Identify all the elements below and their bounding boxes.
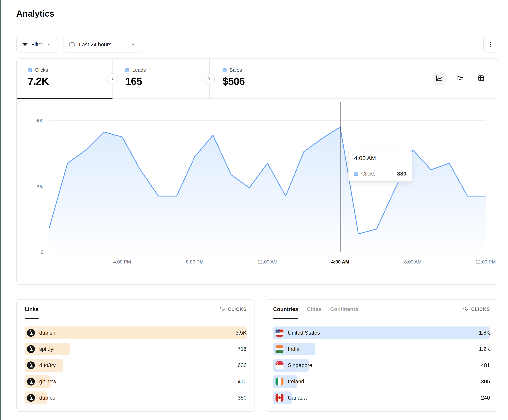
- row-value: 3.5K: [235, 326, 247, 339]
- link-avatar: [27, 329, 35, 337]
- chevron-right-icon: [110, 76, 115, 81]
- row-label: spti.fyi: [39, 346, 54, 352]
- grid-table-icon: [478, 74, 485, 82]
- list-item[interactable]: dub.sh3.5K: [25, 326, 247, 339]
- links-metric-selector[interactable]: CLICKS: [219, 306, 247, 312]
- tab-cities[interactable]: Cities: [307, 300, 321, 319]
- tab-leads[interactable]: Leads 165: [125, 67, 146, 87]
- row-content: dub.sh: [27, 329, 55, 337]
- row-value: 716: [238, 343, 247, 355]
- funnel-chart-icon: [456, 74, 464, 82]
- row-content: git.new: [27, 378, 56, 385]
- link-avatar: [27, 394, 35, 402]
- row-content: d.to/try: [27, 361, 56, 369]
- flag-icon-us: [276, 329, 284, 337]
- row-label: Ireland: [288, 379, 304, 385]
- flag-icon-ie: [276, 378, 284, 385]
- x-axis-tick-label: 12:00 AM: [257, 259, 277, 264]
- leads-legend-icon: [125, 68, 129, 72]
- countries-metric-selector[interactable]: CLICKS: [463, 306, 490, 312]
- row-label: United States: [288, 330, 320, 336]
- row-value: 410: [238, 375, 247, 388]
- metric-label: Clicks: [35, 67, 48, 73]
- calendar-icon: [69, 41, 75, 48]
- list-item[interactable]: dub.co350: [25, 391, 247, 404]
- dub-logo-icon: [27, 361, 35, 369]
- dub-logo-icon: [27, 394, 35, 402]
- chevron-right-icon: [207, 76, 211, 81]
- dub-logo-icon: [27, 378, 35, 385]
- tab-continents[interactable]: Continents: [330, 300, 358, 319]
- tab-clicks[interactable]: Clicks 7.2K: [28, 67, 49, 87]
- row-content: Singapore: [276, 361, 312, 369]
- row-content: United States: [276, 329, 320, 337]
- row-content: Ireland: [276, 378, 304, 385]
- expand-clicks-button[interactable]: [107, 73, 118, 84]
- list-item[interactable]: Singapore481: [273, 359, 490, 372]
- x-axis-tick-label: 4:00 AM: [331, 259, 349, 264]
- line-chart-icon: [435, 74, 443, 82]
- list-item[interactable]: United States1.8K: [273, 326, 490, 339]
- more-options-button[interactable]: [483, 37, 498, 52]
- list-item[interactable]: Ireland305: [273, 375, 490, 388]
- metric-label: Leads: [132, 67, 146, 73]
- chevron-down-icon: [130, 42, 136, 47]
- metric-label: Sales: [230, 67, 242, 73]
- left-edge-strip: [0, 0, 1, 420]
- clicks-area-chart[interactable]: 40020004:00 PM8:00 PM12:00 AM4:00 AM8:00…: [17, 99, 498, 284]
- dub-logo-icon: [27, 329, 35, 337]
- metric-value: 165: [125, 75, 146, 87]
- tab-countries-label: Countries: [273, 306, 298, 312]
- tab-countries[interactable]: Countries: [273, 300, 298, 319]
- row-label: Singapore: [288, 362, 312, 369]
- links-metric-label: CLICKS: [228, 307, 247, 312]
- list-item[interactable]: Canada240: [273, 391, 490, 404]
- kebab-menu-icon: [488, 41, 494, 48]
- list-item[interactable]: spti.fyi716: [25, 343, 247, 355]
- sales-legend-icon: [223, 68, 226, 72]
- links-panel-header: Links CLICKS: [17, 300, 254, 319]
- row-content: India: [276, 345, 299, 353]
- countries-list: United States1.8KIndia1.2KSingapore481Ir…: [265, 319, 498, 404]
- links-list: dub.sh3.5Kspti.fyi716d.to/try606git.new4…: [17, 319, 254, 404]
- filter-button[interactable]: Filter: [16, 37, 58, 52]
- tab-cities-label: Cities: [307, 306, 321, 312]
- metric-value: 7.2K: [28, 75, 49, 87]
- row-value: 350: [238, 391, 247, 404]
- tab-sales[interactable]: Sales $506: [223, 67, 245, 87]
- countries-panel-header: Countries Cities Continents CLICKS: [265, 300, 498, 319]
- row-label: d.to/try: [39, 362, 56, 369]
- date-range-button[interactable]: Last 24 hours: [63, 37, 141, 52]
- row-label: dub.co: [39, 395, 55, 401]
- flag-icon-sg: [276, 361, 284, 369]
- analytics-card: Clicks 7.2K Leads 165 Sales $506: [16, 58, 498, 285]
- pointer-click-icon: [463, 306, 469, 312]
- row-value: 481: [481, 359, 490, 372]
- list-item[interactable]: India1.2K: [273, 343, 490, 355]
- usage-bar: [25, 326, 247, 339]
- list-item[interactable]: git.new410: [25, 375, 247, 388]
- row-content: Canada: [276, 394, 307, 402]
- expand-leads-button[interactable]: [204, 73, 215, 84]
- row-label: India: [288, 346, 299, 352]
- x-axis-labels: 4:00 PM8:00 PM12:00 AM4:00 AM8:00 AM12:0…: [113, 259, 496, 264]
- funnel-view-button[interactable]: [454, 72, 467, 85]
- tab-continents-label: Continents: [330, 306, 358, 312]
- tooltip-series-row: Clicks 380: [349, 166, 412, 181]
- table-view-button[interactable]: [475, 72, 488, 85]
- filter-icon: [22, 41, 28, 48]
- filter-button-label: Filter: [31, 42, 43, 48]
- y-axis-tick-label: 0: [41, 249, 44, 255]
- tab-links[interactable]: Links: [25, 300, 39, 319]
- link-avatar: [27, 378, 35, 385]
- chart-type-switcher: [433, 72, 488, 85]
- tab-links-label: Links: [25, 306, 39, 312]
- pointer-click-icon: [219, 306, 225, 312]
- list-item[interactable]: d.to/try606: [25, 359, 247, 372]
- flag-icon-ca: [276, 394, 284, 402]
- line-chart-view-button[interactable]: [433, 72, 446, 85]
- clicks-legend-icon: [354, 172, 358, 176]
- countries-panel: Countries Cities Continents CLICKS Unite…: [265, 299, 498, 412]
- tooltip-value: 380: [397, 171, 406, 177]
- clicks-chart-area[interactable]: 40020004:00 PM8:00 PM12:00 AM4:00 AM8:00…: [17, 99, 498, 284]
